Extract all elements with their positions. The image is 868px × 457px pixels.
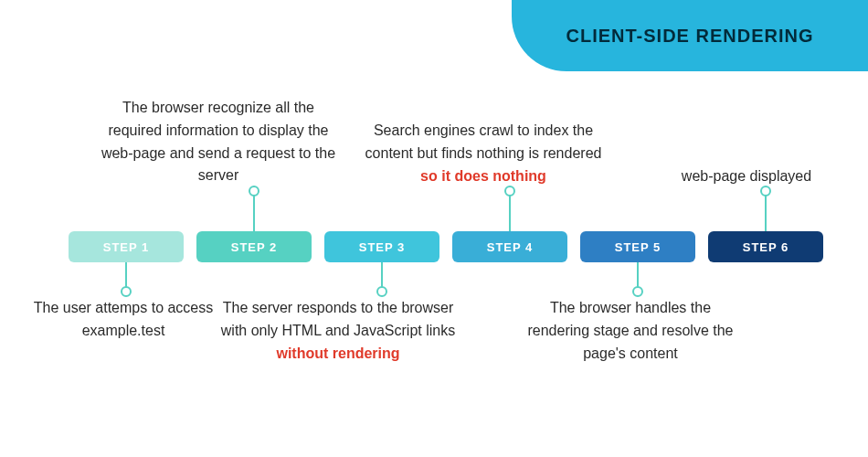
step-label: STEP 5 [615, 240, 662, 254]
step-label: STEP 2 [231, 240, 278, 254]
desc-text: Search engines crawl to index the conten… [365, 122, 602, 161]
step-3: STEP 3 [324, 231, 439, 262]
desc-emphasis: without rendering [276, 345, 399, 361]
connector [253, 195, 255, 231]
step-1: STEP 1 [69, 231, 184, 262]
steps-row: STEP 1 STEP 2 STEP 3 STEP 4 STEP 5 STEP … [69, 231, 823, 262]
title-banner: CLIENT-SIDE RENDERING [512, 0, 868, 71]
step-label: STEP 1 [103, 240, 150, 254]
page-title: CLIENT-SIDE RENDERING [566, 26, 813, 47]
step-4-desc: Search engines crawl to index the conten… [365, 120, 602, 187]
step-5-desc: The browser handles the rendering stage … [521, 297, 740, 365]
step-4: STEP 4 [452, 231, 567, 262]
desc-emphasis: so it does not​hing [420, 168, 546, 184]
step-5: STEP 5 [580, 231, 695, 262]
step-1-desc: The user attemps to access example.test [32, 297, 215, 343]
connector [381, 262, 383, 288]
step-label: STEP 4 [487, 240, 534, 254]
connector [509, 195, 511, 231]
connector [637, 262, 639, 288]
step-6-desc: web-page displayed [655, 165, 838, 188]
step-label: STEP 3 [359, 240, 406, 254]
step-2-desc: The browser recognize all the required i… [100, 97, 337, 187]
step-3-desc: The server responds to the browser with … [210, 297, 466, 365]
step-label: STEP 6 [743, 240, 789, 254]
step-6: STEP 6 [708, 231, 823, 262]
step-2: STEP 2 [196, 231, 312, 262]
connector [765, 195, 767, 231]
connector [125, 262, 127, 288]
desc-text: The server responds to the browser with … [221, 300, 455, 338]
